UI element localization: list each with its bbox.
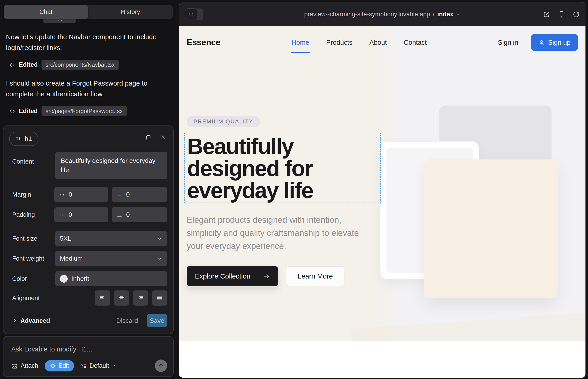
- trash-icon: [145, 134, 152, 141]
- assistant-message: I should also create a Forgot Password p…: [6, 78, 157, 100]
- scrolled-message-pill: [43, 19, 76, 23]
- prompt-composer: Attach Edit Default: [3, 336, 174, 377]
- chat-panel: Chat History Now let's update the Navbar…: [0, 0, 178, 379]
- padding-horizontal-input[interactable]: 0: [54, 207, 108, 222]
- align-justify-icon: [156, 294, 163, 302]
- chevron-down-icon: [456, 12, 460, 16]
- attach-button[interactable]: Attach: [11, 362, 38, 369]
- color-label: Color: [12, 275, 55, 283]
- rendered-site: Essence Home Products About Contact Sign…: [179, 26, 586, 341]
- preview-host: preview--charming-site-symphony.lovable.…: [304, 11, 430, 18]
- tab-chat[interactable]: Chat: [4, 5, 88, 19]
- preview-window: preview--charming-site-symphony.lovable.…: [179, 2, 586, 378]
- edit-mode-button[interactable]: Edit: [45, 360, 74, 371]
- selected-element-pill: h1: [9, 132, 38, 146]
- nav-link-products[interactable]: Products: [326, 39, 352, 46]
- save-button[interactable]: Save: [147, 314, 167, 327]
- edited-file-chip[interactable]: src/components/Navbar.tsx: [42, 60, 119, 70]
- nav-link-home[interactable]: Home: [292, 39, 309, 46]
- open-external-button[interactable]: [543, 11, 550, 18]
- advanced-toggle[interactable]: Advanced: [12, 317, 50, 324]
- chat-history-tabbar: Chat History: [4, 5, 173, 19]
- chevron-down-icon: [157, 255, 163, 262]
- element-tag-label: h1: [25, 135, 32, 142]
- align-right-icon: [137, 294, 144, 302]
- preview-toolbar: preview--charming-site-symphony.lovable.…: [179, 2, 586, 26]
- content-label: Content: [12, 152, 55, 165]
- align-left-icon: [99, 294, 106, 302]
- mobile-preview-button[interactable]: [558, 11, 565, 18]
- margin-horizontal-input[interactable]: 0: [54, 187, 108, 202]
- padding-vertical-icon: [117, 212, 123, 218]
- align-center-icon: [118, 294, 125, 302]
- edited-file-chip[interactable]: src/pages/ForgotPassword.tsx: [42, 106, 127, 116]
- hero-diagonal-band: [351, 311, 586, 341]
- chevron-down-icon: [112, 364, 116, 368]
- learn-more-button[interactable]: Learn More: [286, 266, 344, 286]
- image-plus-icon: [11, 363, 18, 369]
- prompt-input[interactable]: [11, 344, 158, 355]
- site-section-below-hero: [179, 341, 586, 378]
- margin-vertical-icon: [117, 191, 123, 198]
- user-icon: [539, 39, 545, 46]
- delete-element-button[interactable]: [145, 134, 152, 141]
- code-icon: [9, 108, 15, 114]
- align-center-button[interactable]: [114, 290, 129, 306]
- send-button[interactable]: [155, 360, 167, 372]
- font-size-select[interactable]: 5XL: [55, 231, 167, 246]
- close-editor-button[interactable]: [160, 134, 166, 141]
- code-icon: [9, 62, 15, 68]
- sign-in-link[interactable]: Sign in: [498, 39, 518, 46]
- chevron-down-icon: [157, 236, 163, 242]
- preview-url[interactable]: preview--charming-site-symphony.lovable.…: [304, 2, 461, 26]
- code-view-toggle[interactable]: [185, 8, 203, 20]
- premium-quality-badge: PREMIUM QUALITY: [187, 116, 260, 127]
- element-editor-panel: h1 Content Beautifully designed for ever…: [3, 126, 174, 334]
- hero-description: Elegant products designed with intention…: [187, 213, 372, 253]
- content-input[interactable]: Beautifully designed for everyday life: [55, 152, 167, 179]
- alignment-label: Alignment: [12, 295, 55, 302]
- explore-collection-button[interactable]: Explore Collection: [187, 266, 278, 286]
- arrow-right-icon: [263, 273, 270, 280]
- font-weight-select[interactable]: Medium: [55, 251, 167, 266]
- padding-horizontal-icon: [59, 212, 65, 218]
- align-justify-button[interactable]: [152, 290, 167, 306]
- site-logo[interactable]: Essence: [187, 26, 220, 59]
- discard-button[interactable]: Discard: [116, 317, 138, 324]
- arrow-up-icon: [158, 363, 164, 369]
- chevron-right-icon: [12, 318, 17, 323]
- smartphone-icon: [558, 11, 565, 18]
- preview-page: index: [437, 11, 454, 18]
- color-select[interactable]: Inherit: [55, 271, 167, 286]
- selected-h1-outline[interactable]: Beautifully designed for everyday life: [184, 133, 381, 203]
- refresh-icon: [573, 11, 580, 18]
- padding-label: Padding: [12, 211, 54, 218]
- font-size-label: Font size: [12, 235, 55, 242]
- font-weight-label: Font weight: [12, 255, 55, 262]
- refresh-button[interactable]: [573, 11, 580, 18]
- edited-label: Edited: [19, 61, 38, 68]
- edited-file-row: Edited src/components/Navbar.tsx: [9, 60, 119, 70]
- type-icon: [15, 136, 22, 142]
- color-swatch: [60, 275, 68, 283]
- model-default-select[interactable]: Default: [80, 362, 116, 369]
- padding-vertical-input[interactable]: 0: [112, 207, 167, 222]
- open-external-icon: [543, 11, 550, 18]
- edited-file-row: Edited src/pages/ForgotPassword.tsx: [9, 106, 127, 116]
- assistant-message: Now let's update the Navbar component to…: [6, 32, 157, 53]
- margin-label: Margin: [12, 191, 54, 198]
- sliders-icon: [80, 363, 87, 369]
- close-icon: [160, 134, 166, 141]
- margin-vertical-input[interactable]: 0: [112, 187, 167, 202]
- nav-link-about[interactable]: About: [370, 39, 387, 46]
- sign-up-button[interactable]: Sign up: [531, 34, 578, 51]
- nav-link-contact[interactable]: Contact: [404, 39, 427, 46]
- tab-history[interactable]: History: [88, 5, 173, 19]
- hero-heading: Beautifully designed for everyday life: [185, 133, 380, 201]
- align-right-button[interactable]: [133, 290, 148, 306]
- decorative-card-peach: [424, 159, 558, 298]
- code-icon: [185, 8, 197, 20]
- crosshair-icon: [50, 363, 56, 369]
- edited-label: Edited: [19, 108, 38, 115]
- align-left-button[interactable]: [95, 290, 110, 306]
